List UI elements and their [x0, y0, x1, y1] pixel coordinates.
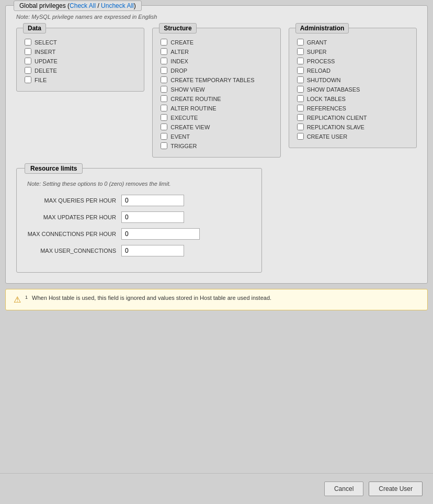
max-connections-input[interactable] [121, 228, 200, 240]
grant-label: GRANT [307, 39, 327, 46]
list-item: INDEX [161, 58, 272, 64]
process-checkbox[interactable] [297, 58, 304, 64]
replication-slave-label: REPLICATION SLAVE [307, 124, 364, 130]
uncheck-all-link[interactable]: Uncheck All [101, 2, 134, 9]
list-item: CREATE [161, 39, 272, 46]
drop-checkbox[interactable] [161, 67, 167, 74]
list-item: CREATE VIEW [161, 124, 272, 130]
update-checkbox[interactable] [25, 58, 31, 64]
create-user-button[interactable]: Create User [369, 481, 423, 496]
list-item: CREATE ROUTINE [161, 95, 272, 102]
list-item: SELECT [25, 39, 136, 46]
execute-label: EXECUTE [170, 115, 198, 121]
list-item: DROP [161, 67, 272, 74]
delete-label: DELETE [35, 68, 57, 74]
resource-limits-legend: Resource limits [25, 163, 83, 174]
list-item: UPDATE [25, 58, 136, 64]
max-queries-label: MAX QUERIES PER HOUR [27, 197, 116, 204]
warning-box: ⚠ 1 When Host table is used, this field … [5, 289, 428, 310]
lock-tables-label: LOCK TABLES [307, 96, 346, 102]
event-checkbox[interactable] [161, 133, 167, 140]
alter-label: ALTER [170, 49, 189, 55]
list-item: SHOW VIEW [161, 86, 272, 93]
select-checkbox[interactable] [25, 39, 31, 46]
reload-checkbox[interactable] [297, 67, 304, 74]
max-updates-input[interactable] [121, 211, 184, 223]
super-label: SUPER [307, 49, 327, 55]
structure-section: Structure CREATE ALTER INDEX [152, 28, 280, 158]
create-label: CREATE [170, 39, 193, 46]
list-item: GRANT [297, 39, 408, 46]
check-all-link[interactable]: Check All [70, 2, 96, 9]
structure-section-title: Structure [159, 23, 196, 33]
list-item: EXECUTE [161, 114, 272, 121]
data-privilege-list: SELECT INSERT UPDATE DELETE [25, 39, 136, 83]
index-checkbox[interactable] [161, 58, 167, 64]
max-updates-row: MAX UPDATES PER HOUR [27, 211, 251, 223]
update-label: UPDATE [35, 58, 58, 64]
insert-checkbox[interactable] [25, 48, 31, 55]
list-item: CREATE USER [297, 133, 408, 140]
administration-privilege-list: GRANT SUPER PROCESS RELOAD [297, 39, 408, 140]
list-item: DELETE [25, 67, 136, 74]
show-view-label: SHOW VIEW [170, 86, 204, 93]
show-databases-checkbox[interactable] [297, 86, 304, 93]
create-checkbox[interactable] [161, 39, 167, 46]
list-item: EVENT [161, 133, 272, 140]
drop-label: DROP [170, 68, 187, 74]
list-item: LOCK TABLES [297, 95, 408, 102]
shutdown-checkbox[interactable] [297, 76, 304, 83]
file-checkbox[interactable] [25, 76, 31, 83]
trigger-label: TRIGGER [170, 143, 197, 149]
footer-bar: Cancel Create User [0, 473, 433, 504]
reload-label: RELOAD [307, 68, 331, 74]
list-item: ALTER ROUTINE [161, 105, 272, 111]
replication-slave-checkbox[interactable] [297, 124, 304, 130]
grant-checkbox[interactable] [297, 39, 304, 46]
create-user-checkbox[interactable] [297, 133, 304, 140]
list-item: RELOAD [297, 67, 408, 74]
max-queries-input[interactable] [121, 195, 184, 206]
warning-icon: ⚠ [14, 295, 21, 305]
show-databases-label: SHOW DATABASES [307, 86, 360, 93]
list-item: SHOW DATABASES [297, 86, 408, 93]
execute-checkbox[interactable] [161, 114, 167, 121]
create-routine-checkbox[interactable] [161, 95, 167, 102]
max-user-connections-label: MAX USER_CONNECTIONS [27, 248, 116, 254]
privileges-grid: Data SELECT INSERT UPDATE [16, 28, 417, 158]
index-label: INDEX [170, 58, 188, 64]
resource-limits-note: Note: Setting these options to 0 (zero) … [27, 181, 251, 187]
references-label: REFERENCES [307, 105, 346, 111]
delete-checkbox[interactable] [25, 67, 31, 74]
create-temporary-tables-label: CREATE TEMPORARY TABLES [170, 77, 254, 83]
list-item: SHUTDOWN [297, 76, 408, 83]
references-checkbox[interactable] [297, 105, 304, 111]
alter-routine-checkbox[interactable] [161, 105, 167, 111]
max-connections-row: MAX CONNECTIONS PER HOUR [27, 228, 251, 240]
file-label: FILE [35, 77, 47, 83]
create-temporary-tables-checkbox[interactable] [161, 76, 167, 83]
administration-section: Administration GRANT SUPER PROCESS [289, 28, 417, 148]
global-privileges-section: Global privileges (Check All / Uncheck A… [5, 5, 428, 284]
max-updates-label: MAX UPDATES PER HOUR [27, 214, 116, 220]
list-item: ALTER [161, 48, 272, 55]
list-item: FILE [25, 76, 136, 83]
replication-client-checkbox[interactable] [297, 114, 304, 121]
show-view-checkbox[interactable] [161, 86, 167, 93]
cancel-button[interactable]: Cancel [324, 481, 363, 496]
global-privileges-legend: Global privileges (Check All / Uncheck A… [14, 1, 142, 11]
lock-tables-checkbox[interactable] [297, 95, 304, 102]
trigger-checkbox[interactable] [161, 142, 167, 149]
list-item: REFERENCES [297, 105, 408, 111]
list-item: TRIGGER [161, 142, 272, 149]
administration-section-title: Administration [295, 23, 349, 33]
shutdown-label: SHUTDOWN [307, 77, 341, 83]
max-user-connections-input[interactable] [121, 245, 184, 256]
privileges-note: Note: MySQL privilege names are expresse… [16, 14, 417, 20]
create-view-checkbox[interactable] [161, 124, 167, 130]
legend-text-before: Global privileges ( [19, 2, 70, 9]
create-routine-label: CREATE ROUTINE [170, 96, 221, 102]
data-section-title: Data [23, 23, 46, 33]
alter-checkbox[interactable] [161, 48, 167, 55]
super-checkbox[interactable] [297, 48, 304, 55]
